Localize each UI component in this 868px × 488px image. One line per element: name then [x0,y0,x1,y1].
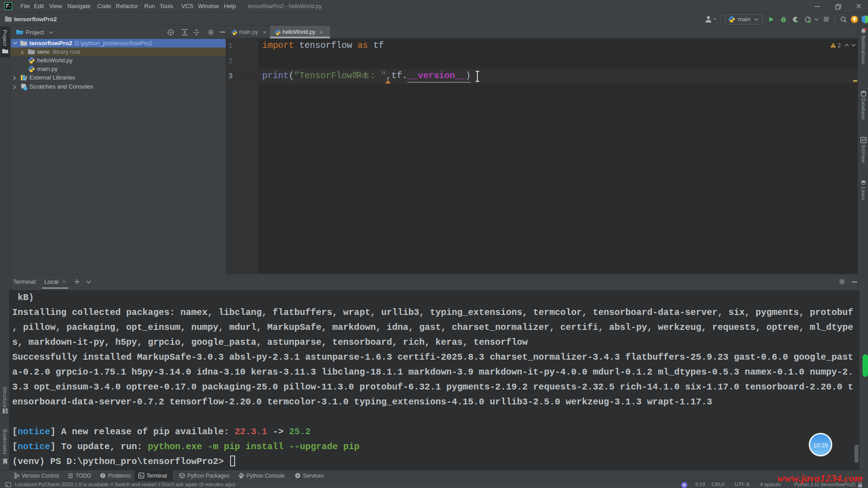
svg-text:!: ! [25,87,26,90]
svg-text:2: 2 [838,42,841,49]
